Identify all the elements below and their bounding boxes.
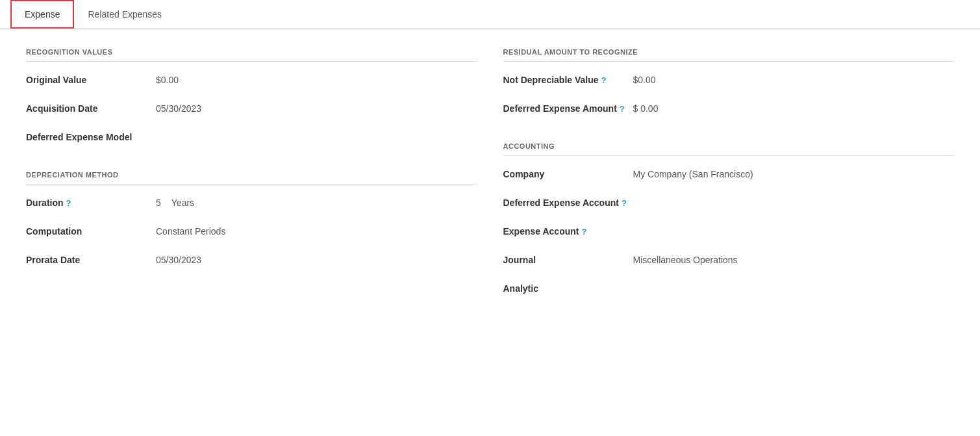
computation-label: Computation [26, 226, 156, 237]
journal-value: Miscellaneous Operations [633, 255, 738, 265]
deferred-expense-amount-value: $ 0.00 [633, 103, 659, 114]
expense-account-label: Expense Account ? [503, 226, 633, 237]
journal-label: Journal [503, 255, 633, 265]
depreciation-method-section: DEPRECIATION METHOD Duration ? 5 Years C… [26, 171, 477, 273]
recognition-values-title: RECOGNITION VALUES [26, 48, 477, 62]
duration-values: 5 Years [156, 198, 194, 208]
expense-account-help-icon[interactable]: ? [581, 227, 586, 237]
prorata-date-label: Prorata Date [26, 255, 156, 265]
computation-value: Constant Periods [156, 226, 225, 237]
deferred-expense-amount-help-icon[interactable]: ? [620, 104, 625, 114]
journal-row: Journal Miscellaneous Operations [503, 255, 955, 273]
analytic-label: Analytic [503, 283, 633, 294]
duration-number: 5 [156, 198, 161, 208]
not-depreciable-help-icon[interactable]: ? [601, 75, 607, 85]
main-content: RECOGNITION VALUES Original Value $0.00 … [0, 29, 980, 342]
deferred-expense-model-label: Deferred Expense Model [26, 132, 156, 142]
duration-row: Duration ? 5 Years [26, 198, 477, 216]
right-panel: RESIDUAL AMOUNT TO RECOGNIZE Not Depreci… [503, 48, 955, 322]
not-depreciable-value-row: Not Depreciable Value ? $0.00 [503, 75, 955, 93]
tab-expense[interactable]: Expense [10, 0, 74, 29]
original-value-label: Original Value [26, 75, 156, 85]
recognition-values-section: RECOGNITION VALUES Original Value $0.00 … [26, 48, 477, 150]
deferred-expense-account-label: Deferred Expense Account ? [503, 198, 633, 208]
analytic-row: Analytic [503, 283, 955, 301]
acquisition-date-label: Acquisition Date [26, 103, 156, 114]
computation-row: Computation Constant Periods [26, 226, 477, 244]
deferred-expense-account-row: Deferred Expense Account ? [503, 198, 955, 216]
not-depreciable-value-label: Not Depreciable Value ? [503, 75, 633, 85]
deferred-expense-model-row: Deferred Expense Model [26, 132, 477, 150]
duration-unit: Years [171, 198, 194, 208]
original-value-row: Original Value $0.00 [26, 75, 477, 93]
acquisition-date-row: Acquisition Date 05/30/2023 [26, 103, 477, 122]
residual-section: RESIDUAL AMOUNT TO RECOGNIZE Not Depreci… [503, 48, 955, 122]
acquisition-date-value: 05/30/2023 [156, 103, 201, 114]
company-row: Company My Company (San Francisco) [503, 169, 955, 187]
tab-related-expenses[interactable]: Related Expenses [74, 0, 175, 29]
not-depreciable-value-value: $0.00 [633, 75, 656, 85]
expense-account-row: Expense Account ? [503, 226, 955, 244]
company-label: Company [503, 169, 633, 179]
accounting-section: ACCOUNTING Company My Company (San Franc… [503, 142, 955, 301]
left-panel: RECOGNITION VALUES Original Value $0.00 … [26, 48, 477, 322]
duration-label: Duration ? [26, 198, 156, 208]
accounting-title: ACCOUNTING [503, 142, 955, 156]
deferred-expense-amount-label: Deferred Expense Amount ? [503, 103, 633, 114]
depreciation-method-title: DEPRECIATION METHOD [26, 171, 477, 185]
deferred-expense-amount-row: Deferred Expense Amount ? $ 0.00 [503, 103, 955, 122]
company-value: My Company (San Francisco) [633, 169, 753, 179]
tabs-container: Expense Related Expenses [0, 0, 980, 29]
prorata-date-value: 05/30/2023 [156, 255, 201, 265]
deferred-expense-account-help-icon[interactable]: ? [622, 198, 627, 208]
duration-help-icon[interactable]: ? [66, 198, 71, 208]
residual-title: RESIDUAL AMOUNT TO RECOGNIZE [503, 48, 955, 62]
original-value-value: $0.00 [156, 75, 179, 85]
prorata-date-row: Prorata Date 05/30/2023 [26, 255, 477, 273]
